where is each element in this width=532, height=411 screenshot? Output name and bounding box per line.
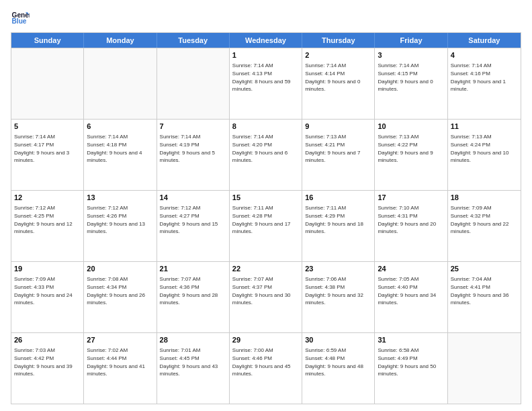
- day-number: 15: [232, 193, 299, 203]
- calendar-cell-day-23: 23Sunrise: 7:06 AMSunset: 4:38 PMDayligh…: [302, 262, 375, 332]
- cell-info: Sunrise: 7:14 AMSunset: 4:15 PMDaylight:…: [378, 62, 444, 93]
- day-number: 26: [14, 335, 81, 345]
- day-number: 20: [87, 264, 153, 274]
- cell-info: Sunrise: 7:05 AMSunset: 4:40 PMDaylight:…: [378, 275, 444, 306]
- day-number: 12: [14, 193, 81, 203]
- calendar-cell-day-5: 5Sunrise: 7:14 AMSunset: 4:17 PMDaylight…: [11, 120, 84, 190]
- calendar-cell-day-9: 9Sunrise: 7:13 AMSunset: 4:21 PMDaylight…: [302, 120, 375, 190]
- logo-icon: General Blue: [11, 8, 30, 27]
- day-number: 29: [232, 335, 299, 345]
- page: General Blue SundayMondayTuesdayWednesda…: [0, 0, 532, 411]
- cell-info: Sunrise: 7:14 AMSunset: 4:19 PMDaylight:…: [160, 133, 226, 164]
- cell-info: Sunrise: 6:59 AMSunset: 4:48 PMDaylight:…: [305, 347, 371, 377]
- calendar-cell-day-13: 13Sunrise: 7:12 AMSunset: 4:26 PMDayligh…: [84, 191, 157, 261]
- day-number: 2: [305, 50, 371, 60]
- cell-info: Sunrise: 7:01 AMSunset: 4:45 PMDaylight:…: [160, 347, 226, 377]
- weekday-header-saturday: Saturday: [448, 33, 521, 48]
- cell-info: Sunrise: 7:12 AMSunset: 4:26 PMDaylight:…: [87, 204, 153, 235]
- calendar-cell-day-1: 1Sunrise: 7:14 AMSunset: 4:13 PMDaylight…: [230, 48, 302, 119]
- calendar-cell-day-11: 11Sunrise: 7:13 AMSunset: 4:24 PMDayligh…: [448, 120, 521, 190]
- day-number: 10: [378, 122, 444, 132]
- cell-info: Sunrise: 7:14 AMSunset: 4:13 PMDaylight:…: [232, 62, 299, 93]
- weekday-header-monday: Monday: [84, 33, 157, 48]
- calendar-cell-day-14: 14Sunrise: 7:12 AMSunset: 4:27 PMDayligh…: [157, 191, 230, 261]
- calendar-row-4: 19Sunrise: 7:09 AMSunset: 4:33 PMDayligh…: [11, 261, 521, 332]
- cell-info: Sunrise: 7:07 AMSunset: 4:37 PMDaylight:…: [232, 275, 299, 306]
- weekday-header-friday: Friday: [375, 33, 447, 48]
- calendar-cell-day-30: 30Sunrise: 6:59 AMSunset: 4:48 PMDayligh…: [302, 333, 375, 404]
- calendar-cell-day-24: 24Sunrise: 7:05 AMSunset: 4:40 PMDayligh…: [375, 262, 447, 332]
- calendar-cell-day-4: 4Sunrise: 7:14 AMSunset: 4:16 PMDaylight…: [448, 48, 521, 119]
- calendar: SundayMondayTuesdayWednesdayThursdayFrid…: [11, 32, 521, 404]
- day-number: 30: [305, 335, 371, 345]
- day-number: 3: [378, 50, 444, 60]
- calendar-cell-day-20: 20Sunrise: 7:08 AMSunset: 4:34 PMDayligh…: [84, 262, 157, 332]
- day-number: 14: [160, 193, 226, 203]
- cell-info: Sunrise: 7:00 AMSunset: 4:46 PMDaylight:…: [232, 347, 299, 377]
- cell-info: Sunrise: 7:03 AMSunset: 4:42 PMDaylight:…: [14, 347, 81, 377]
- calendar-body: 1Sunrise: 7:14 AMSunset: 4:13 PMDaylight…: [11, 48, 521, 404]
- day-number: 9: [305, 122, 371, 132]
- calendar-cell-day-19: 19Sunrise: 7:09 AMSunset: 4:33 PMDayligh…: [11, 262, 84, 332]
- calendar-row-1: 1Sunrise: 7:14 AMSunset: 4:13 PMDaylight…: [11, 48, 521, 119]
- logo: General Blue: [11, 8, 32, 27]
- day-number: 4: [451, 50, 518, 60]
- cell-info: Sunrise: 7:13 AMSunset: 4:22 PMDaylight:…: [378, 133, 444, 164]
- day-number: 28: [160, 335, 226, 345]
- header: General Blue: [11, 8, 521, 27]
- day-number: 19: [14, 264, 81, 274]
- day-number: 6: [87, 122, 153, 132]
- cell-info: Sunrise: 7:09 AMSunset: 4:33 PMDaylight:…: [14, 275, 81, 306]
- day-number: 25: [451, 264, 518, 274]
- cell-info: Sunrise: 7:09 AMSunset: 4:32 PMDaylight:…: [451, 204, 518, 235]
- day-number: 1: [232, 50, 299, 60]
- calendar-cell-empty: [448, 333, 521, 404]
- calendar-cell-day-8: 8Sunrise: 7:14 AMSunset: 4:20 PMDaylight…: [230, 120, 302, 190]
- day-number: 17: [378, 193, 444, 203]
- calendar-cell-empty: [84, 48, 157, 119]
- calendar-cell-day-7: 7Sunrise: 7:14 AMSunset: 4:19 PMDaylight…: [157, 120, 230, 190]
- calendar-row-5: 26Sunrise: 7:03 AMSunset: 4:42 PMDayligh…: [11, 332, 521, 404]
- day-number: 5: [14, 122, 81, 132]
- calendar-cell-day-12: 12Sunrise: 7:12 AMSunset: 4:25 PMDayligh…: [11, 191, 84, 261]
- cell-info: Sunrise: 7:14 AMSunset: 4:16 PMDaylight:…: [451, 62, 518, 93]
- day-number: 24: [378, 264, 444, 274]
- calendar-cell-day-31: 31Sunrise: 6:58 AMSunset: 4:49 PMDayligh…: [375, 333, 447, 404]
- cell-info: Sunrise: 7:14 AMSunset: 4:17 PMDaylight:…: [14, 133, 81, 164]
- day-number: 11: [451, 122, 518, 132]
- calendar-cell-day-28: 28Sunrise: 7:01 AMSunset: 4:45 PMDayligh…: [157, 333, 230, 404]
- calendar-cell-empty: [157, 48, 230, 119]
- calendar-cell-day-22: 22Sunrise: 7:07 AMSunset: 4:37 PMDayligh…: [230, 262, 302, 332]
- cell-info: Sunrise: 6:58 AMSunset: 4:49 PMDaylight:…: [378, 347, 444, 377]
- weekday-header-tuesday: Tuesday: [157, 33, 230, 48]
- cell-info: Sunrise: 7:13 AMSunset: 4:21 PMDaylight:…: [305, 133, 371, 164]
- day-number: 31: [378, 335, 444, 345]
- cell-info: Sunrise: 7:13 AMSunset: 4:24 PMDaylight:…: [451, 133, 518, 164]
- svg-text:Blue: Blue: [12, 17, 27, 25]
- calendar-cell-day-17: 17Sunrise: 7:10 AMSunset: 4:31 PMDayligh…: [375, 191, 447, 261]
- cell-info: Sunrise: 7:11 AMSunset: 4:28 PMDaylight:…: [232, 204, 299, 235]
- calendar-row-2: 5Sunrise: 7:14 AMSunset: 4:17 PMDaylight…: [11, 119, 521, 190]
- calendar-cell-day-27: 27Sunrise: 7:02 AMSunset: 4:44 PMDayligh…: [84, 333, 157, 404]
- cell-info: Sunrise: 7:11 AMSunset: 4:29 PMDaylight:…: [305, 204, 371, 235]
- cell-info: Sunrise: 7:12 AMSunset: 4:25 PMDaylight:…: [14, 204, 81, 235]
- calendar-cell-day-25: 25Sunrise: 7:04 AMSunset: 4:41 PMDayligh…: [448, 262, 521, 332]
- calendar-cell-day-18: 18Sunrise: 7:09 AMSunset: 4:32 PMDayligh…: [448, 191, 521, 261]
- calendar-cell-day-6: 6Sunrise: 7:14 AMSunset: 4:18 PMDaylight…: [84, 120, 157, 190]
- cell-info: Sunrise: 7:02 AMSunset: 4:44 PMDaylight:…: [87, 347, 153, 377]
- day-number: 22: [232, 264, 299, 274]
- day-number: 23: [305, 264, 371, 274]
- cell-info: Sunrise: 7:14 AMSunset: 4:20 PMDaylight:…: [232, 133, 299, 164]
- day-number: 18: [451, 193, 518, 203]
- day-number: 27: [87, 335, 153, 345]
- cell-info: Sunrise: 7:04 AMSunset: 4:41 PMDaylight:…: [451, 275, 518, 306]
- weekday-header-sunday: Sunday: [11, 33, 84, 48]
- cell-info: Sunrise: 7:08 AMSunset: 4:34 PMDaylight:…: [87, 275, 153, 306]
- cell-info: Sunrise: 7:10 AMSunset: 4:31 PMDaylight:…: [378, 204, 444, 235]
- calendar-cell-day-2: 2Sunrise: 7:14 AMSunset: 4:14 PMDaylight…: [302, 48, 375, 119]
- cell-info: Sunrise: 7:07 AMSunset: 4:36 PMDaylight:…: [160, 275, 226, 306]
- calendar-cell-day-15: 15Sunrise: 7:11 AMSunset: 4:28 PMDayligh…: [230, 191, 302, 261]
- calendar-header: SundayMondayTuesdayWednesdayThursdayFrid…: [11, 33, 521, 48]
- weekday-header-wednesday: Wednesday: [230, 33, 302, 48]
- calendar-row-3: 12Sunrise: 7:12 AMSunset: 4:25 PMDayligh…: [11, 190, 521, 261]
